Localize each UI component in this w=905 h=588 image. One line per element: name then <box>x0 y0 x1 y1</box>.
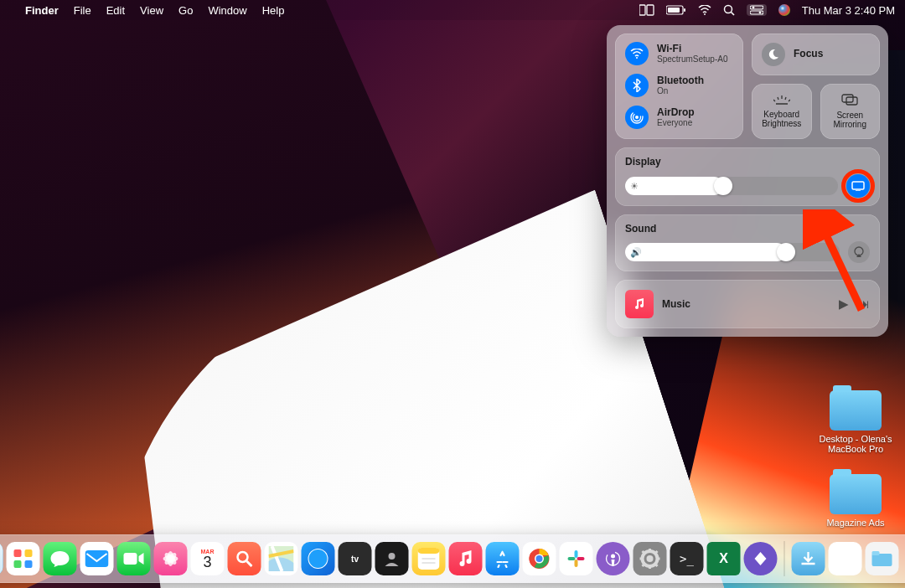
airplay-audio-button[interactable] <box>848 241 870 263</box>
svg-line-7 <box>731 13 734 16</box>
menu-window[interactable]: Window <box>208 4 246 17</box>
dock-app-chrome[interactable] <box>523 542 556 575</box>
keyboard-brightness-label: Keyboard Brightness <box>752 110 812 128</box>
now-playing-module[interactable]: Music ▶ ⏭ <box>615 280 880 328</box>
folder-icon <box>830 474 882 514</box>
dock-app-excel[interactable]: X <box>707 542 741 575</box>
dock-separator <box>784 541 785 576</box>
dock-app-messages[interactable] <box>44 542 77 575</box>
dock-app-zoom[interactable] <box>228 542 261 575</box>
svg-rect-24 <box>14 560 22 568</box>
svg-point-12 <box>636 57 638 59</box>
siri-icon[interactable] <box>778 4 790 16</box>
menubar-datetime[interactable]: Thu Mar 3 2:40 PM <box>802 4 895 17</box>
dock-folder[interactable] <box>866 542 899 575</box>
dock-app-mail[interactable] <box>80 542 114 575</box>
connectivity-module: Wi-Fi SpectrumSetup-A0 Bluetooth On <box>615 34 743 139</box>
airplay-icon <box>853 246 865 258</box>
dock-downloads[interactable] <box>792 542 825 575</box>
dock-stack[interactable] <box>829 542 862 575</box>
dock-app-launchpad[interactable] <box>7 542 40 575</box>
focus-toggle[interactable]: Focus <box>752 34 880 75</box>
spotlight-icon[interactable] <box>723 4 735 16</box>
svg-line-33 <box>247 561 252 566</box>
desktop-folder[interactable]: Magazine Ads <box>818 474 893 528</box>
dock-trash[interactable] <box>902 542 906 575</box>
svg-point-6 <box>724 6 732 13</box>
wifi-network: SpectrumSetup-A0 <box>657 54 728 64</box>
battery-icon[interactable] <box>666 5 686 15</box>
music-title: Music <box>662 298 830 310</box>
svg-rect-8 <box>750 6 763 9</box>
dock-app-terminal[interactable]: >_ <box>670 542 704 575</box>
menu-view[interactable]: View <box>140 4 163 17</box>
play-button[interactable]: ▶ <box>839 297 849 312</box>
dock-app-slack[interactable] <box>560 542 593 575</box>
svg-rect-60 <box>872 554 892 566</box>
dock-app-maps[interactable] <box>265 542 298 575</box>
wifi-toggle[interactable]: Wi-Fi SpectrumSetup-A0 <box>625 42 733 65</box>
brightness-slider[interactable]: ☀ <box>625 177 838 195</box>
keyboard-brightness-button[interactable]: Keyboard Brightness <box>752 84 812 139</box>
sound-module: Sound 🔊 <box>615 214 880 271</box>
svg-rect-46 <box>575 560 578 567</box>
svg-point-11 <box>758 12 761 14</box>
svg-point-43 <box>536 555 543 562</box>
dock-app-finder[interactable] <box>0 542 3 575</box>
wifi-icon[interactable] <box>698 5 711 15</box>
dock-app-settings[interactable] <box>634 542 667 575</box>
focus-label: Focus <box>794 49 823 59</box>
folder-label: Desktop - Olena's MacBook Pro <box>818 434 893 454</box>
menu-file[interactable]: File <box>74 4 91 17</box>
menu-go[interactable]: Go <box>178 4 193 17</box>
menu-bar: Finder File Edit View Go Window Help <box>0 0 905 20</box>
dock-app-appstore[interactable] <box>486 542 520 575</box>
dock: MAR3 tv <box>0 534 905 583</box>
screen-mirroring-label: Screen Mirroring <box>820 111 881 129</box>
menu-edit[interactable]: Edit <box>106 4 125 17</box>
dock-app-contacts[interactable] <box>375 542 409 575</box>
screen-mirroring-button[interactable]: Screen Mirroring <box>820 84 881 139</box>
airdrop-icon <box>625 106 649 129</box>
stage-manager-icon[interactable] <box>639 4 654 16</box>
next-button[interactable]: ⏭ <box>857 297 870 312</box>
menu-help[interactable]: Help <box>262 4 285 17</box>
svg-line-56 <box>643 551 644 553</box>
dock-app-generic[interactable] <box>744 542 778 575</box>
svg-rect-10 <box>750 11 763 14</box>
svg-point-35 <box>309 549 328 568</box>
annotation-highlight <box>841 169 875 203</box>
airdrop-status: Everyone <box>657 118 695 127</box>
svg-rect-3 <box>668 8 680 13</box>
screen-mirroring-icon <box>841 94 858 107</box>
dock-app-notes[interactable] <box>412 542 446 575</box>
dock-app-photos[interactable] <box>154 542 188 575</box>
desktop-folder[interactable]: Desktop - Olena's MacBook Pro <box>818 390 893 454</box>
svg-line-59 <box>643 565 644 566</box>
svg-line-58 <box>656 551 658 553</box>
display-settings-button[interactable] <box>846 174 870 198</box>
dock-app-safari[interactable] <box>302 542 335 575</box>
svg-point-51 <box>647 555 654 562</box>
sound-title: Sound <box>625 223 870 235</box>
svg-rect-1 <box>647 5 654 15</box>
dock-app-facetime[interactable] <box>117 542 151 575</box>
control-center-icon[interactable] <box>747 4 767 16</box>
dock-app-music[interactable] <box>449 542 483 575</box>
dock-app-calendar[interactable]: MAR3 <box>191 542 225 575</box>
airdrop-label: AirDrop <box>657 107 695 118</box>
dock-app-tv[interactable]: tv <box>339 542 372 575</box>
app-menu[interactable]: Finder <box>25 4 59 17</box>
svg-rect-16 <box>842 95 853 102</box>
display-title: Display <box>625 156 870 168</box>
svg-rect-17 <box>846 97 857 105</box>
svg-rect-4 <box>684 8 685 12</box>
svg-rect-22 <box>14 549 22 557</box>
wifi-label: Wi-Fi <box>657 44 728 54</box>
bluetooth-toggle[interactable]: Bluetooth On <box>625 74 733 97</box>
dock-app-podcasts[interactable] <box>597 542 630 575</box>
svg-point-5 <box>704 13 706 15</box>
volume-slider[interactable]: 🔊 <box>625 243 840 261</box>
airdrop-toggle[interactable]: AirDrop Everyone <box>625 106 733 129</box>
svg-rect-0 <box>639 5 645 15</box>
